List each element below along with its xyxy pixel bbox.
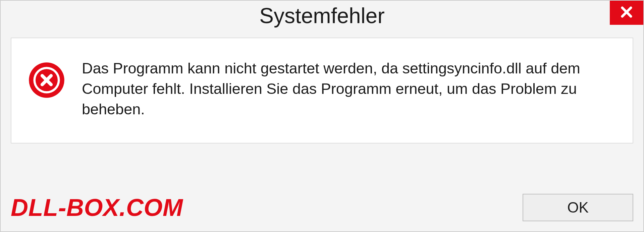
close-button[interactable] (610, 1, 643, 25)
error-message: Das Programm kann nicht gestartet werden… (82, 58, 605, 119)
close-icon (619, 5, 634, 21)
watermark-text: DLL-BOX.COM (11, 194, 183, 221)
ok-button[interactable]: OK (523, 194, 633, 221)
dialog-footer: DLL-BOX.COM OK (11, 194, 633, 221)
error-dialog: Systemfehler Das Programm kann nicht ges… (0, 0, 644, 232)
dialog-title: Systemfehler (259, 3, 384, 28)
title-bar: Systemfehler (1, 1, 643, 31)
content-panel: Das Programm kann nicht gestartet werden… (11, 38, 633, 143)
error-icon (28, 62, 65, 99)
